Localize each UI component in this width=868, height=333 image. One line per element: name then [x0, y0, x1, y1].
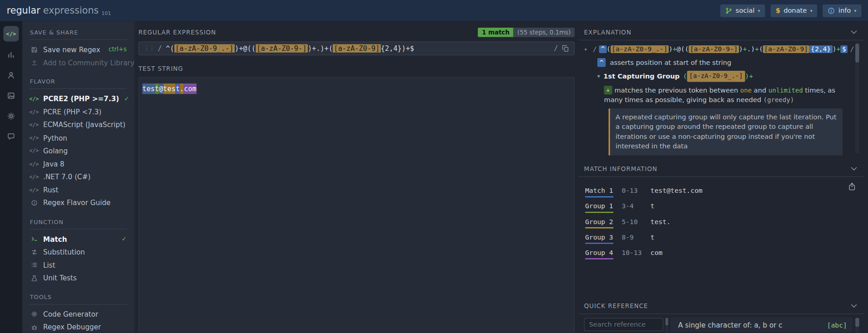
copy-icon[interactable] — [562, 45, 569, 52]
pattern-token: ( — [759, 45, 763, 53]
rail-settings-button[interactable] — [4, 109, 19, 123]
match-highlight-segment: tes — [163, 83, 176, 94]
tools-item-code-generator[interactable]: Code Generator — [22, 308, 134, 321]
match-count-badge[interactable]: 1 match (55 steps, 0.1ms) — [478, 28, 575, 37]
rail-media-button[interactable] — [4, 88, 19, 103]
export-share-icon[interactable] — [848, 182, 856, 191]
explanation-group-row: ▾ 1st Capturing Group ( [a-zA-Z0-9_.-] )… — [584, 71, 849, 81]
match-info-row: Group 1 3-4 t — [579, 199, 864, 214]
quantifier-text-1: matches the previous token between — [615, 86, 740, 94]
match-highlight-segment: t — [155, 83, 159, 94]
list-icon — [30, 262, 38, 269]
info-dropdown-button[interactable]: info ▾ — [823, 4, 862, 17]
quick-reference-panel: QUICK REFERENCE A single character of: a… — [579, 303, 864, 333]
explanation-scrollbar-thumb[interactable] — [855, 44, 859, 62]
flavor-label: Regex Flavor Guide — [43, 199, 110, 207]
match-range: 3-4 — [622, 202, 650, 210]
plus-quantifier-token: + — [749, 71, 753, 81]
match-highlight-segment: tes — [142, 83, 155, 94]
pattern-token: + — [837, 45, 841, 53]
bar-chart-icon — [7, 51, 15, 59]
app-logo[interactable]: regular expressions 101 — [7, 5, 111, 16]
match-information-header[interactable]: MATCH INFORMATION — [579, 165, 864, 177]
flask-icon — [30, 274, 38, 281]
test-string-input[interactable]: test@test.com — [139, 77, 575, 333]
chevron-down-icon — [851, 30, 857, 34]
function-label: List — [43, 261, 55, 269]
function-item-unit-tests[interactable]: Unit Tests — [22, 271, 134, 284]
quickref-scrollbar-thumb[interactable] — [855, 318, 859, 327]
anchor-explanation-text: asserts position at start of the string — [610, 59, 731, 66]
flavor-item-rust[interactable]: </> Rust — [22, 183, 134, 196]
add-to-community-button[interactable]: Add to Community Library — [22, 56, 134, 69]
regex101-app: regular expressions 101 social ▾ $ donat… — [0, 0, 868, 333]
function-item-list[interactable]: List — [22, 259, 134, 272]
delimiter-open: / — [158, 44, 162, 53]
collapse-triangle-icon[interactable]: ▾ — [584, 45, 587, 53]
tools-item-regex-debugger[interactable]: Regex Debugger — [22, 321, 134, 333]
quick-reference-title: QUICK REFERENCE — [584, 303, 648, 310]
results-column: EXPLANATION ▾ /^([a-zA-Z0-9_.-])+@(([a-z… — [579, 21, 864, 333]
flavor-item-golang[interactable]: </> Golang — [22, 144, 134, 157]
left-icon-rail: </> — [0, 21, 22, 333]
function-items: Match ✓ Substitution List Unit Tests — [22, 229, 134, 285]
quickref-item-description: A single character of: a, b or c — [678, 321, 827, 329]
function-label: Match — [43, 235, 67, 243]
quickref-search-input[interactable] — [584, 318, 663, 331]
pattern-token: (( — [681, 45, 689, 53]
regex-token: )+.)+( — [308, 44, 333, 53]
match-highlight-segment: @ — [159, 83, 163, 94]
quickref-category-scrollbar-thumb[interactable] — [665, 318, 668, 325]
flavor-item-guide[interactable]: Regex Flavor Guide — [22, 196, 134, 210]
flavor-item-dotnet[interactable]: </> .NET 7.0 (C#) — [22, 170, 134, 183]
match-range: 10-13 — [622, 249, 650, 256]
code-icon: </> — [30, 122, 38, 127]
flavor-item-pcre[interactable]: </> PCRE (PHP <7.3) — [22, 105, 134, 118]
explanation-header[interactable]: EXPLANATION — [579, 29, 864, 40]
rail-editor-button[interactable]: </> — [3, 26, 19, 41]
flavor-label: ECMAScript (JavaScript) — [43, 121, 125, 129]
quick-reference-header[interactable]: QUICK REFERENCE — [579, 303, 864, 314]
flavor-label: PCRE (PHP <7.3) — [43, 108, 101, 116]
regular-expression-label: REGULAR EXPRESSION — [139, 29, 216, 36]
function-item-substitution[interactable]: Substitution — [22, 245, 134, 259]
pattern-token: ) — [739, 45, 743, 53]
flavor-item-java8[interactable]: </> Java 8 — [22, 157, 134, 171]
save-share-items: Save new Regex ctrl+s Add to Community L… — [22, 40, 134, 70]
flavor-item-ecmascript[interactable]: </> ECMAScript (JavaScript) — [22, 118, 134, 132]
match-label-cell: Group 2 — [585, 218, 621, 225]
regex-token: [a-zA-Z0-9-] — [256, 44, 308, 53]
regex-token: [a-zA-Z0-9] — [333, 44, 381, 53]
editor-column: REGULAR EXPRESSION 1 match (55 steps, 0.… — [139, 21, 575, 333]
rail-account-button[interactable] — [4, 68, 19, 83]
repeated-group-note: A repeated capturing group will only cap… — [608, 108, 843, 156]
section-title-flavor: FLAVOR — [30, 78, 127, 89]
save-new-regex-button[interactable]: Save new Regex ctrl+s — [22, 43, 134, 56]
section-title-tools: TOOLS — [30, 294, 127, 304]
regex-section-header: REGULAR EXPRESSION 1 match (55 steps, 0.… — [139, 28, 575, 37]
pattern-token: + — [755, 45, 759, 53]
match-range: 8-9 — [622, 233, 650, 241]
flavor-items: </> PCRE2 (PHP >=7.3) ✓ </> PCRE (PHP <7… — [22, 89, 134, 211]
info-circle-icon — [30, 200, 38, 206]
pattern-token: / — [593, 45, 597, 53]
function-item-match[interactable]: Match ✓ — [22, 233, 134, 246]
quickref-item[interactable]: A single character of: a, b or c [abc] — [670, 318, 853, 333]
drag-handle-icon[interactable]: ⋮⋮ — [144, 45, 154, 52]
code-icon: </> — [30, 109, 38, 115]
rail-library-button[interactable] — [4, 48, 19, 62]
flavor-item-pcre2[interactable]: </> PCRE2 (PHP >=7.3) ✓ — [22, 93, 134, 106]
flavor-item-python[interactable]: </> Python — [22, 131, 134, 144]
check-icon: ✓ — [122, 235, 127, 243]
social-label: social — [736, 7, 755, 15]
quantifier-text-2: and — [752, 86, 769, 94]
regex-input[interactable]: ⋮⋮ / ^([a-zA-Z0-9_.-])+@(([a-zA-Z0-9-])+… — [139, 41, 575, 55]
save-shortcut: ctrl+s — [109, 46, 127, 53]
rail-feedback-button[interactable] — [4, 129, 19, 144]
unlimited-token: unlimited — [769, 86, 803, 94]
regex-token: [a-zA-Z0-9_.-] — [174, 44, 234, 53]
regex-pattern[interactable]: ^([a-zA-Z0-9_.-])+@(([a-zA-Z0-9-])+.)+([… — [166, 44, 550, 53]
collapse-triangle-icon[interactable]: ▾ — [597, 72, 600, 80]
social-dropdown-button[interactable]: social ▾ — [720, 4, 765, 17]
donate-dropdown-button[interactable]: $ donate ▾ — [771, 4, 818, 17]
